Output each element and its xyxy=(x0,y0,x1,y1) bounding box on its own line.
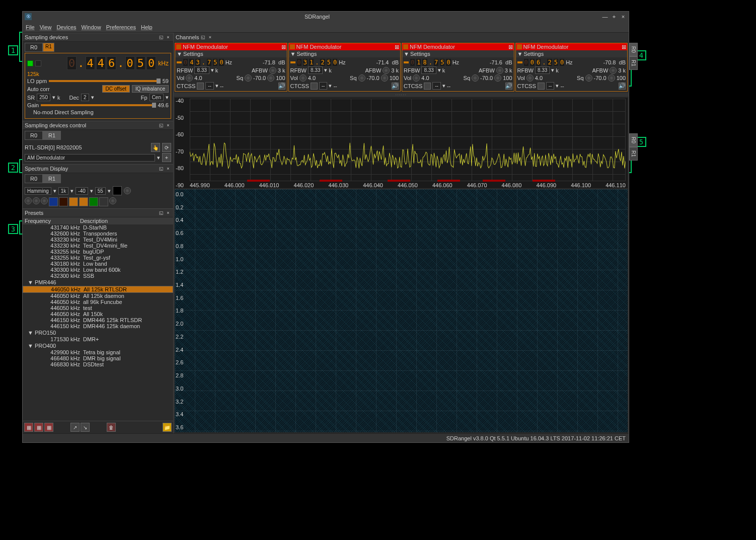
close-panel-icon[interactable]: × xyxy=(165,122,171,128)
sq-knob[interactable] xyxy=(245,74,252,82)
ctcss-toggle[interactable] xyxy=(311,83,318,90)
side-tab-r0[interactable]: R0 xyxy=(629,43,638,56)
channel-title[interactable]: NFM Demodulator⊠ xyxy=(516,43,628,50)
channel-title[interactable]: NFM Demodulator⊠ xyxy=(289,43,401,50)
device-change-icon[interactable]: 👆 xyxy=(151,143,160,152)
preset-item[interactable]: 430180 kHzLow band xyxy=(23,261,173,267)
close-button[interactable]: × xyxy=(620,13,627,20)
sq2-knob[interactable] xyxy=(494,74,501,82)
afbw-knob[interactable] xyxy=(610,67,617,74)
afbw-knob[interactable] xyxy=(496,67,503,74)
undock-icon[interactable]: ◱ xyxy=(158,34,164,40)
channel-settings-header[interactable]: ▼Settings xyxy=(289,50,401,57)
audio-mute-icon[interactable]: 🔊 xyxy=(505,83,512,90)
spdisp-tab-r1[interactable]: R1 xyxy=(43,174,61,183)
sq-knob[interactable] xyxy=(585,74,592,82)
spectrum-mode-icon[interactable] xyxy=(49,197,58,206)
side-tab-r0[interactable]: R0 xyxy=(629,133,638,147)
preset-item[interactable]: 446050 kHzall 96k Funcube xyxy=(23,299,173,305)
record-led[interactable] xyxy=(35,60,41,66)
preset-item[interactable]: 429900 kHzTetra big signal xyxy=(23,349,173,355)
fp-select[interactable]: Cen xyxy=(149,94,164,101)
preset-group[interactable]: ▼ PRO150 xyxy=(23,329,173,336)
freq-digit[interactable]: 0 xyxy=(125,56,135,70)
channel-settings-header[interactable]: ▼Settings xyxy=(175,50,287,57)
freq-digit[interactable]: 0 xyxy=(67,56,77,70)
spectrum-mode-icon[interactable] xyxy=(59,197,68,206)
close-panel-icon[interactable]: × xyxy=(165,34,171,40)
fft-window-select[interactable]: Hamming xyxy=(25,187,51,195)
preset-item[interactable]: 432600 kHzTransponders xyxy=(23,230,173,237)
dc-offset-button[interactable]: DC offset xyxy=(102,85,130,93)
undock-icon[interactable]: ◱ xyxy=(158,166,164,172)
afbw-knob[interactable] xyxy=(269,67,276,74)
menu-view[interactable]: View xyxy=(40,24,52,30)
knob-4[interactable] xyxy=(109,197,116,204)
preset-import-icon[interactable]: ↘ xyxy=(81,423,90,432)
menu-window[interactable]: Window xyxy=(82,24,101,30)
knob-2[interactable] xyxy=(33,197,40,204)
grid-icon[interactable] xyxy=(99,197,108,206)
undock-icon[interactable]: ◱ xyxy=(200,34,206,40)
preset-item[interactable]: 431740 kHzD-StarNB xyxy=(23,224,173,230)
audio-mute-icon[interactable]: 🔊 xyxy=(278,83,285,90)
waterfall-display[interactable]: 0.00.20.40.60.81.01.21.41.61.82.02.22.42… xyxy=(175,189,628,432)
channel-color-led[interactable] xyxy=(403,44,408,49)
sq2-knob[interactable] xyxy=(381,74,388,82)
sq2-knob[interactable] xyxy=(267,74,274,82)
freq-digit[interactable]: 4 xyxy=(96,56,106,70)
preset-item[interactable]: 433230 kHzTest_DV4mini_file xyxy=(23,243,173,249)
channel-settings-header[interactable]: ▼Settings xyxy=(402,50,514,57)
close-panel-icon[interactable]: × xyxy=(165,210,171,216)
vol-knob[interactable] xyxy=(526,74,534,82)
preset-new-icon[interactable]: ▦ xyxy=(24,423,33,432)
preset-item[interactable]: 446150 kHzDMR446 125k daemon xyxy=(23,323,173,329)
sq-knob[interactable] xyxy=(358,74,365,82)
close-panel-icon[interactable]: × xyxy=(165,166,171,172)
undock-icon[interactable]: ◱ xyxy=(158,210,164,216)
preset-item[interactable]: 432300 kHzSSB xyxy=(23,273,173,279)
vol-knob[interactable] xyxy=(186,74,193,82)
channel-color-led[interactable] xyxy=(290,44,295,49)
iq-imbalance-button[interactable]: IQ imbalance xyxy=(132,85,169,93)
preset-group[interactable]: ▼ PMR446 xyxy=(23,279,173,286)
close-icon[interactable]: ⊠ xyxy=(281,44,286,50)
minimize-button[interactable]: — xyxy=(601,13,609,20)
color-swatch[interactable] xyxy=(113,186,122,195)
preset-item[interactable]: 433255 kHzTest_gr-ysf xyxy=(23,255,173,261)
add-channel-button[interactable]: + xyxy=(162,153,171,162)
channel-title[interactable]: NFM Demodulator⊠ xyxy=(402,43,514,50)
menu-preferences[interactable]: Preferences xyxy=(106,24,136,30)
freq-digit[interactable]: 6 xyxy=(107,56,116,70)
ctcss-toggle[interactable] xyxy=(538,83,545,90)
side-tab-r1[interactable]: R1 xyxy=(629,56,638,70)
preset-item[interactable]: 430300 kHzLow band 600k xyxy=(23,267,173,273)
center-freq-display[interactable]: 0 . 4 4 6 . 0 5 0 xyxy=(67,56,156,70)
spectrum-mode-icon[interactable] xyxy=(79,197,88,206)
decay-knob[interactable] xyxy=(124,187,131,194)
menu-file[interactable]: File xyxy=(26,24,35,30)
close-icon[interactable]: ⊠ xyxy=(395,44,399,50)
audio-mute-icon[interactable]: 🔊 xyxy=(392,83,399,90)
close-icon[interactable]: ⊠ xyxy=(508,44,513,50)
audio-mute-icon[interactable]: 🔊 xyxy=(619,83,626,90)
channel-color-led[interactable] xyxy=(176,44,181,49)
spectrum-mode-icon[interactable] xyxy=(89,197,98,206)
sdc-tab-r0[interactable]: R0 xyxy=(25,131,43,140)
presets-table[interactable]: FrequencyDescription 431740 kHzD-StarNB4… xyxy=(23,217,173,421)
preset-item[interactable]: 446050 kHzAll 125k daemon xyxy=(23,293,173,299)
channel-title[interactable]: NFM Demodulator⊠ xyxy=(175,43,287,50)
preset-export-icon[interactable]: ↗ xyxy=(70,423,80,432)
ref-level-select[interactable]: -40 xyxy=(75,187,88,195)
device-reload-icon[interactable]: ⟳ xyxy=(162,143,171,152)
ctcss-toggle[interactable] xyxy=(424,83,431,90)
preset-save-icon[interactable]: ▦ xyxy=(34,423,43,432)
undock-icon[interactable]: ◱ xyxy=(158,122,164,128)
channel-color-led[interactable] xyxy=(517,44,522,49)
spdisp-tab-r0[interactable]: R0 xyxy=(25,174,43,183)
preset-item[interactable]: 171530 kHzDMR+ xyxy=(23,336,173,342)
knob-3[interactable] xyxy=(41,197,48,204)
preset-item[interactable]: 446050 kHzAll 150k xyxy=(23,311,173,317)
lo-ppm-slider[interactable] xyxy=(49,80,161,82)
gain-slider[interactable] xyxy=(41,104,156,106)
